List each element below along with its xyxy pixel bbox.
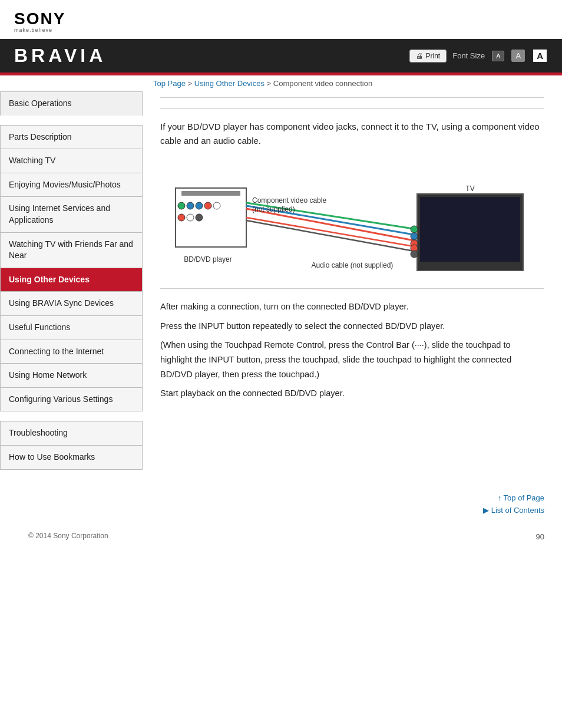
sidebar-item-watching-tv-friends[interactable]: Watching TV with Friends Far and Near xyxy=(0,232,143,268)
bottom-row: © 2014 Sony Corporation 90 xyxy=(0,521,562,551)
breadcrumb-top-page[interactable]: Top Page xyxy=(153,79,186,88)
diagram-container: Component video cable (not supplied) Aud… xyxy=(160,159,544,276)
sidebar-item-using-bravia-sync[interactable]: Using BRAVIA Sync Devices xyxy=(0,291,143,315)
breadcrumb-sep2: > Component video connection xyxy=(265,79,372,88)
sony-logo: SONY make.believe xyxy=(14,11,65,33)
font-medium-button[interactable]: A xyxy=(511,50,525,62)
sidebar-item-configuring-settings[interactable]: Configuring Various Settings xyxy=(0,387,143,412)
svg-point-21 xyxy=(411,251,418,258)
sidebar-item-watching-tv[interactable]: Watching TV xyxy=(0,149,143,173)
top-divider2 xyxy=(160,108,544,109)
content-area: If your BD/DVD player has component vide… xyxy=(143,91,562,482)
sidebar-item-using-internet[interactable]: Using Internet Services and Applications xyxy=(0,196,143,232)
sidebar-gap-1 xyxy=(0,116,143,125)
header-bar: BRAVIA 🖨 Print Font Size A A A xyxy=(0,39,562,73)
content-intro: If your BD/DVD player has component vide… xyxy=(160,120,544,148)
page-number: 90 xyxy=(536,526,544,545)
svg-rect-1 xyxy=(181,191,240,196)
step-1: After making a connection, turn on the c… xyxy=(160,299,544,314)
svg-rect-16 xyxy=(420,197,520,262)
sidebar: Basic Operations Parts Description Watch… xyxy=(0,91,143,482)
sidebar-item-troubleshooting[interactable]: Troubleshooting xyxy=(0,421,143,445)
bottom-divider xyxy=(160,288,544,289)
list-of-contents-link[interactable]: List of Contents xyxy=(483,506,544,515)
svg-point-5 xyxy=(204,202,211,209)
footer-links: Top of Page List of Contents xyxy=(0,482,562,521)
sidebar-item-connecting-internet[interactable]: Connecting to the Internet xyxy=(0,340,143,364)
font-small-button[interactable]: A xyxy=(492,51,504,61)
svg-point-2 xyxy=(178,202,185,209)
sony-logo-text: SONY xyxy=(14,11,65,27)
print-button[interactable]: 🖨 Print xyxy=(409,50,447,62)
svg-text:Component video cable: Component video cable xyxy=(252,196,326,205)
breadcrumb-sep1: > xyxy=(186,79,194,88)
svg-text:Audio cable (not supplied): Audio cable (not supplied) xyxy=(312,261,394,269)
step-2: Press the INPUT button repeatedly to sel… xyxy=(160,319,544,334)
top-divider xyxy=(160,97,544,98)
svg-point-9 xyxy=(196,214,203,221)
svg-point-3 xyxy=(187,202,194,209)
svg-point-4 xyxy=(196,202,203,209)
sidebar-item-enjoying-movies[interactable]: Enjoying Movies/Music/Photos xyxy=(0,173,143,197)
step-3: (When using the Touchpad Remote Control,… xyxy=(160,338,544,381)
svg-text:(not supplied): (not supplied) xyxy=(252,205,295,213)
sidebar-gap-2 xyxy=(0,411,143,421)
breadcrumb: Top Page > Using Other Devices > Compone… xyxy=(0,75,562,91)
copyright: © 2014 Sony Corporation xyxy=(14,527,108,545)
svg-point-8 xyxy=(187,214,194,221)
svg-text:BD/DVD player: BD/DVD player xyxy=(184,255,232,263)
sidebar-item-using-other-devices[interactable]: Using Other Devices xyxy=(0,268,143,292)
sidebar-item-useful-functions[interactable]: Useful Functions xyxy=(0,315,143,340)
top-bar: SONY make.believe xyxy=(0,0,562,39)
sidebar-item-how-to-use-bookmarks[interactable]: How to Use Bookmarks xyxy=(0,445,143,470)
header-controls: 🖨 Print Font Size A A A xyxy=(409,48,548,63)
print-label: Print xyxy=(426,52,441,60)
sidebar-item-using-home-network[interactable]: Using Home Network xyxy=(0,363,143,387)
sidebar-item-basic-operations[interactable]: Basic Operations xyxy=(0,91,143,116)
main-layout: Basic Operations Parts Description Watch… xyxy=(0,91,562,482)
sidebar-item-parts-description[interactable]: Parts Description xyxy=(0,125,143,149)
connection-diagram: Component video cable (not supplied) Aud… xyxy=(160,159,544,276)
svg-line-13 xyxy=(246,218,417,247)
svg-point-17 xyxy=(411,226,418,233)
svg-text:TV: TV xyxy=(465,185,474,193)
print-icon: 🖨 xyxy=(416,52,423,60)
svg-point-18 xyxy=(411,233,418,240)
svg-rect-0 xyxy=(176,188,246,247)
svg-point-6 xyxy=(213,202,220,209)
bravia-title: BRAVIA xyxy=(14,45,106,67)
sony-tagline: make.believe xyxy=(14,27,52,33)
font-large-button[interactable]: A xyxy=(532,48,548,63)
breadcrumb-using-other-devices[interactable]: Using Other Devices xyxy=(194,79,265,88)
content-steps: After making a connection, turn on the c… xyxy=(160,299,544,401)
font-size-label: Font Size xyxy=(452,51,485,60)
svg-point-7 xyxy=(178,214,185,221)
top-of-page-link[interactable]: Top of Page xyxy=(498,493,544,502)
step-4: Start playback on the connected BD/DVD p… xyxy=(160,386,544,401)
